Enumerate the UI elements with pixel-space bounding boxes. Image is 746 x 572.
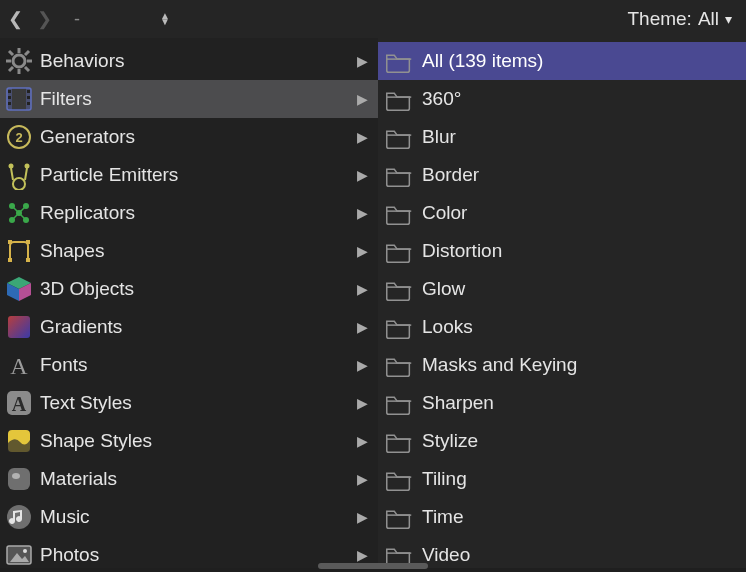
- category-label: Shapes: [40, 240, 357, 262]
- chevron-right-icon: ▶: [357, 471, 368, 487]
- folder-icon: [382, 236, 416, 266]
- category-label: Particle Emitters: [40, 164, 357, 186]
- theme-dropdown[interactable]: Theme: All ▾: [627, 8, 738, 30]
- chevron-right-icon: ▶: [357, 509, 368, 525]
- subcategory-row-all-139-items-[interactable]: All (139 items): [378, 42, 746, 80]
- subcategory-row-stylize[interactable]: Stylize: [378, 422, 746, 460]
- subcategory-row-360-[interactable]: 360°: [378, 80, 746, 118]
- subcategory-label: Stylize: [422, 430, 736, 452]
- path-stepper-icon[interactable]: ▲▼: [160, 13, 170, 25]
- category-row-materials[interactable]: Materials▶: [0, 460, 378, 498]
- subcategory-row-masks-and-keying[interactable]: Masks and Keying: [378, 346, 746, 384]
- music-icon: [4, 502, 34, 532]
- subcategory-label: All (139 items): [422, 50, 736, 72]
- shape-icon: [4, 236, 34, 266]
- categories-column: Behaviors▶Filters▶Generators▶Particle Em…: [0, 38, 378, 568]
- subcategory-row-distortion[interactable]: Distortion: [378, 232, 746, 270]
- chevron-right-icon: ▶: [357, 205, 368, 221]
- subcategory-label: Sharpen: [422, 392, 736, 414]
- subcategory-label: 360°: [422, 88, 736, 110]
- generator-icon: [4, 122, 34, 152]
- category-row-3d-objects[interactable]: 3D Objects▶: [0, 270, 378, 308]
- chevron-right-icon: ▶: [357, 129, 368, 145]
- folder-icon: [382, 198, 416, 228]
- particle-icon: [4, 160, 34, 190]
- category-label: Replicators: [40, 202, 357, 224]
- horizontal-scroll-indicator[interactable]: [318, 563, 428, 569]
- chevron-right-icon: ▶: [357, 91, 368, 107]
- subcategory-label: Looks: [422, 316, 736, 338]
- folder-icon: [382, 502, 416, 532]
- subcategory-label: Time: [422, 506, 736, 528]
- nav-forward-button[interactable]: ❯: [37, 8, 52, 30]
- category-row-text-styles[interactable]: Text Styles▶: [0, 384, 378, 422]
- subcategory-row-tiling[interactable]: Tiling: [378, 460, 746, 498]
- font-a-box-icon: [4, 388, 34, 418]
- subcategory-row-border[interactable]: Border: [378, 156, 746, 194]
- folder-icon: [382, 426, 416, 456]
- category-row-gradients[interactable]: Gradients▶: [0, 308, 378, 346]
- gear-icon: [4, 46, 34, 76]
- subcategory-label: Tiling: [422, 468, 736, 490]
- subcategory-label: Color: [422, 202, 736, 224]
- category-label: Shape Styles: [40, 430, 357, 452]
- folder-icon: [382, 274, 416, 304]
- folder-icon: [382, 160, 416, 190]
- folder-icon: [382, 388, 416, 418]
- font-a-icon: [4, 350, 34, 380]
- subcategory-row-video[interactable]: Video: [378, 536, 746, 568]
- category-label: Fonts: [40, 354, 357, 376]
- browser-columns: Behaviors▶Filters▶Generators▶Particle Em…: [0, 38, 746, 568]
- category-row-generators[interactable]: Generators▶: [0, 118, 378, 156]
- toolbar: ❮ ❯ - ▲▼ Theme: All ▾: [0, 0, 746, 38]
- chevron-right-icon: ▶: [357, 395, 368, 411]
- theme-value: All: [698, 8, 719, 30]
- category-label: Filters: [40, 88, 357, 110]
- category-label: Text Styles: [40, 392, 357, 414]
- photos-icon: [4, 540, 34, 568]
- subcategories-column: All (139 items)360°BlurBorderColorDistor…: [378, 38, 746, 568]
- subcategory-label: Distortion: [422, 240, 736, 262]
- subcategory-row-sharpen[interactable]: Sharpen: [378, 384, 746, 422]
- category-row-replicators[interactable]: Replicators▶: [0, 194, 378, 232]
- category-row-behaviors[interactable]: Behaviors▶: [0, 42, 378, 80]
- category-label: Photos: [40, 544, 357, 566]
- folder-icon: [382, 46, 416, 76]
- category-row-music[interactable]: Music▶: [0, 498, 378, 536]
- folder-icon: [382, 312, 416, 342]
- chevron-down-icon: ▾: [725, 11, 732, 27]
- category-label: Materials: [40, 468, 357, 490]
- subcategory-label: Masks and Keying: [422, 354, 736, 376]
- chevron-right-icon: ▶: [357, 547, 368, 563]
- category-row-particle-emitters[interactable]: Particle Emitters▶: [0, 156, 378, 194]
- category-label: Generators: [40, 126, 357, 148]
- category-label: Music: [40, 506, 357, 528]
- chevron-right-icon: ▶: [357, 167, 368, 183]
- category-row-fonts[interactable]: Fonts▶: [0, 346, 378, 384]
- subcategory-row-blur[interactable]: Blur: [378, 118, 746, 156]
- subcategory-row-glow[interactable]: Glow: [378, 270, 746, 308]
- category-row-shape-styles[interactable]: Shape Styles▶: [0, 422, 378, 460]
- category-row-shapes[interactable]: Shapes▶: [0, 232, 378, 270]
- category-label: Behaviors: [40, 50, 357, 72]
- category-row-filters[interactable]: Filters▶: [0, 80, 378, 118]
- chevron-right-icon: ▶: [357, 357, 368, 373]
- category-label: Gradients: [40, 316, 357, 338]
- cube-icon: [4, 274, 34, 304]
- folder-icon: [382, 350, 416, 380]
- subcategory-row-color[interactable]: Color: [378, 194, 746, 232]
- subcategory-label: Video: [422, 544, 736, 566]
- subcategory-row-time[interactable]: Time: [378, 498, 746, 536]
- subcategory-label: Border: [422, 164, 736, 186]
- theme-label: Theme:: [627, 8, 691, 30]
- chevron-right-icon: ▶: [357, 53, 368, 69]
- gradient-icon: [4, 312, 34, 342]
- nav-back-button[interactable]: ❮: [8, 8, 23, 30]
- subcategory-label: Glow: [422, 278, 736, 300]
- subcategory-row-looks[interactable]: Looks: [378, 308, 746, 346]
- folder-icon: [382, 84, 416, 114]
- filmstrip-icon: [4, 84, 34, 114]
- shape-style-icon: [4, 426, 34, 456]
- chevron-right-icon: ▶: [357, 281, 368, 297]
- replicator-icon: [4, 198, 34, 228]
